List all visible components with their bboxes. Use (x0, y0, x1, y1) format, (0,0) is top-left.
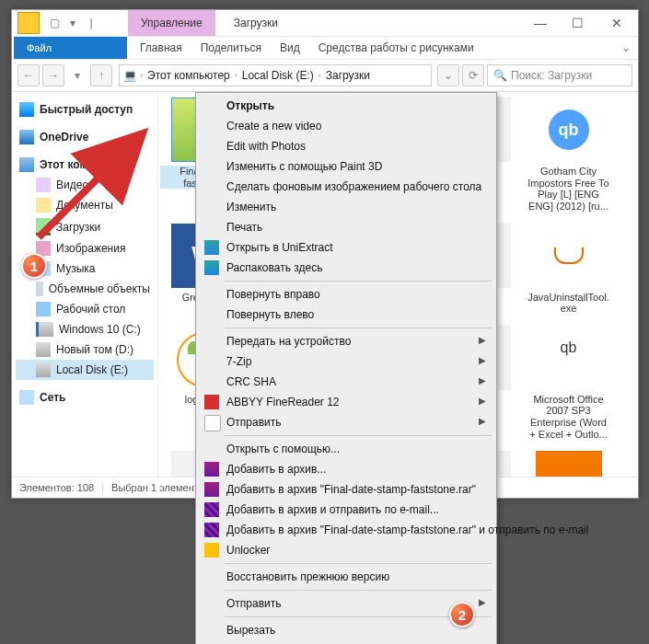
maximize-button[interactable]: ☐ (559, 10, 596, 36)
file-item[interactable]: qb Microsoft Office 2007 SP3 Enterprise … (525, 326, 612, 441)
sidebar-documents[interactable]: Документы (16, 195, 154, 215)
breadcrumb[interactable]: Local Disk (E:) (240, 69, 316, 82)
chevron-right-icon: ▶ (479, 416, 486, 426)
forward-button[interactable]: → (42, 64, 64, 86)
search-placeholder: Поиск: Загрузки (511, 69, 592, 82)
sidebar-3d-objects[interactable]: Объемные объекты (16, 279, 154, 299)
ctx-wallpaper[interactable]: Сделать фоновым изображением рабочего ст… (199, 177, 493, 197)
file-label: JavaUninstallTool.exe (525, 292, 612, 315)
unlocker-icon (204, 543, 219, 558)
sidebar-drive-e[interactable]: Local Disk (E:) (16, 360, 154, 380)
menu-home[interactable]: Главная (131, 41, 191, 54)
sidebar-onedrive[interactable]: OneDrive (16, 127, 154, 147)
ctx-unlocker[interactable]: Unlocker (199, 540, 493, 560)
chevron-right-icon: ▶ (479, 597, 486, 607)
ctx-add-archive-mail[interactable]: Добавить в архив и отправить по e-mail..… (199, 500, 493, 520)
address-bar[interactable]: 💻 › Этот компьютер › Local Disk (E:) › З… (119, 64, 432, 86)
ctx-7zip[interactable]: 7-Zip▶ (199, 351, 493, 372)
breadcrumb[interactable]: Этот компьютер (145, 69, 232, 82)
refresh-button[interactable]: ⟳ (462, 64, 484, 86)
ctx-edit-photos[interactable]: Edit with Photos (199, 136, 493, 156)
documents-icon (36, 198, 51, 213)
chevron-right-icon: › (232, 71, 240, 80)
pc-icon (19, 157, 34, 172)
ctx-open[interactable]: Открыть (199, 96, 493, 116)
qat-divider: | (82, 17, 100, 29)
expand-ribbon-icon[interactable]: ⌄ (621, 41, 631, 54)
winrar-icon (204, 523, 219, 537)
addr-dropdown[interactable]: ⌄ (437, 64, 459, 86)
sidebar-drive-c[interactable]: Windows 10 (C:) (16, 319, 154, 339)
sidebar-drive-d[interactable]: Новый том (D:) (16, 339, 154, 360)
sidebar-video[interactable]: Видео (16, 175, 154, 195)
send-icon (204, 415, 221, 431)
ctx-uniextract[interactable]: Открыть в UniExtract (199, 237, 493, 258)
ctx-print[interactable]: Печать (199, 217, 493, 237)
window-title: Загрузки (234, 17, 278, 29)
drive-icon (36, 342, 51, 357)
ctx-rotate-right[interactable]: Повернуть вправо (199, 284, 493, 305)
sidebar-quick-access[interactable]: Быстрый доступ (16, 99, 154, 120)
menu-file[interactable]: Файл (14, 37, 127, 59)
file-label: Gotham City Impostors Free To Play [L] [… (525, 166, 612, 213)
onedrive-icon (19, 130, 34, 144)
back-button[interactable]: ← (17, 64, 40, 86)
qbittorrent-icon: qb (536, 98, 602, 162)
ctx-add-rar[interactable]: Добавить в архив "Final-date-stamp-fasts… (199, 479, 493, 500)
history-dropdown[interactable]: ▾ (67, 65, 87, 86)
chevron-right-icon: › (137, 71, 145, 80)
context-menu: Открыть Create a new video Edit with Pho… (195, 92, 497, 644)
ctx-new-video[interactable]: Create a new video (199, 116, 493, 136)
titlebar: ▢ ▾ | Управление Загрузки — ☐ ✕ (12, 10, 638, 37)
annotation-badge-1: 1 (21, 253, 47, 279)
drive-icon (36, 322, 53, 337)
ctx-add-rar-mail[interactable]: Добавить в архив "Final-date-stamp-fasts… (199, 520, 493, 540)
sidebar-network[interactable]: Сеть (16, 387, 154, 408)
qat-btn[interactable]: ▢ (45, 17, 64, 29)
ctx-add-archive[interactable]: Добавить в архив... (199, 459, 493, 479)
qbittorrent-icon: qb (536, 326, 602, 390)
ctx-rotate-left[interactable]: Повернуть влево (199, 305, 493, 325)
ctx-abbyy[interactable]: ABBYY FineReader 12▶ (199, 392, 493, 412)
ctx-crc-sha[interactable]: CRC SHA▶ (199, 372, 493, 392)
ctx-send[interactable]: Отправить▶ (199, 412, 493, 432)
ctx-copy[interactable]: Копировать (199, 640, 493, 644)
winrar-icon (204, 502, 219, 517)
drive-icon (36, 362, 51, 377)
menu-share[interactable]: Поделиться (191, 41, 271, 54)
file-item[interactable]: JavaUninstallTool.exe (525, 224, 612, 315)
annotation-badge-2: 2 (449, 602, 475, 627)
extract-icon (204, 260, 219, 275)
ctx-cut[interactable]: Вырезать (199, 620, 493, 640)
downloads-icon (36, 218, 51, 236)
up-button[interactable]: ↑ (90, 64, 112, 86)
close-button[interactable]: ✕ (596, 10, 638, 36)
menu-picture-tools[interactable]: Средства работы с рисунками (309, 41, 483, 54)
breadcrumb[interactable]: Загрузки (324, 69, 372, 82)
ctx-edit[interactable]: Изменить (199, 197, 493, 217)
ribbon-tabstrip: Файл Главная Поделиться Вид Средства раб… (12, 37, 638, 60)
winrar-icon (204, 462, 219, 477)
star-icon (19, 102, 34, 117)
ribbon-tab-manage[interactable]: Управление (128, 10, 215, 36)
chevron-right-icon: ▶ (479, 396, 486, 406)
chevron-right-icon: ▶ (479, 355, 486, 365)
sidebar-this-pc[interactable]: Этот компьютер (16, 155, 154, 175)
ctx-restore-version[interactable]: Восстановить прежнюю версию (199, 567, 493, 587)
ctx-cast[interactable]: Передать на устройство▶ (199, 331, 493, 351)
file-item[interactable]: qb Gotham City Impostors Free To Play [L… (525, 98, 612, 213)
ctx-open-with[interactable]: Открыть с помощью... (199, 439, 493, 459)
ctx-paint3d[interactable]: Изменить с помощью Paint 3D (199, 156, 493, 177)
search-input[interactable]: 🔍 Поиск: Загрузки (487, 64, 632, 86)
sidebar-desktop[interactable]: Рабочий стол (16, 299, 154, 319)
winrar-icon (204, 482, 219, 497)
qat-btn[interactable]: ▾ (64, 17, 82, 29)
search-icon: 🔍 (493, 69, 507, 82)
nav-pane: Быстрый доступ OneDrive Этот компьютер В… (12, 92, 158, 486)
pc-icon: 💻 (123, 69, 137, 82)
minimize-button[interactable]: — (522, 10, 559, 36)
sidebar-downloads[interactable]: Загрузки (16, 215, 154, 238)
menu-view[interactable]: Вид (271, 41, 309, 54)
abbyy-icon (204, 395, 219, 409)
ctx-unpack-here[interactable]: Распаковать здесь (199, 258, 493, 278)
